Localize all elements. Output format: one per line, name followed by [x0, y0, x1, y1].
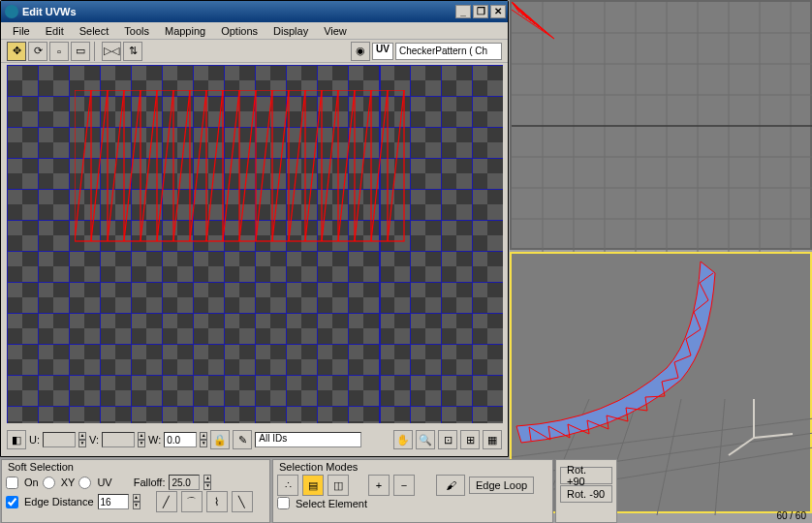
menu-options[interactable]: Options [213, 24, 265, 38]
svg-line-78 [206, 90, 223, 241]
selection-modes-panel: Selection Modes ∴ ▤ ◫ + − 🖌 Edge Loop Se… [272, 459, 553, 523]
zoom-extents-button[interactable]: ⊞ [460, 430, 480, 449]
svg-line-89 [388, 90, 404, 241]
edge-distance-checkbox[interactable] [6, 496, 18, 508]
u-spinner[interactable]: ▲▼ [78, 432, 86, 447]
falloff-curve-3[interactable]: ⌇ [206, 491, 228, 512]
v-label: V: [89, 434, 99, 446]
w-spinner[interactable]: ▲▼ [200, 432, 207, 447]
v-spinner[interactable]: ▲▼ [138, 432, 145, 447]
uv-selection [75, 90, 409, 245]
mirror-v-tool[interactable]: ⇅ [123, 42, 142, 61]
menu-display[interactable]: Display [265, 24, 316, 38]
xy-radio[interactable] [43, 477, 55, 489]
zoom-button[interactable]: 🔍 [416, 430, 435, 449]
edge-distance-spinner[interactable]: ▲▼ [133, 494, 141, 509]
svg-line-72 [108, 90, 124, 241]
svg-line-82 [272, 90, 289, 241]
uv-viewport[interactable] [7, 65, 503, 423]
edge-loop-button[interactable]: Edge Loop [469, 477, 534, 494]
falloff-curve-1[interactable]: ╱ [156, 491, 177, 512]
transform-mode-button[interactable]: ◧ [7, 430, 26, 449]
max-viewports: 60 / 60 [510, 0, 812, 523]
u-value[interactable] [43, 432, 76, 447]
move-tool[interactable]: ✥ [7, 42, 26, 61]
svg-line-75 [157, 90, 173, 241]
svg-line-80 [239, 90, 256, 241]
mirror-h-tool[interactable]: ▷◁ [102, 42, 121, 61]
viewport-top[interactable] [510, 0, 812, 250]
plus-mode-button[interactable]: + [368, 475, 390, 496]
uv-toggle[interactable]: UV [372, 43, 393, 60]
window-title: Edit UVWs [22, 6, 77, 17]
svg-line-84 [305, 90, 322, 241]
toolbar: ✥ ⟳ ▫ ▭ ▷◁ ⇅ ◉ UV CheckerPattern ( Ch [1, 40, 508, 63]
svg-line-73 [124, 90, 141, 241]
select-element-label: Select Element [296, 498, 367, 509]
bottom-panels: Soft Selection On XY UV Falloff: 25.0 ▲▼… [0, 459, 812, 523]
paint-select-button[interactable]: 🖌 [436, 475, 465, 496]
soft-on-label: On [24, 477, 39, 488]
soft-selection-panel: Soft Selection On XY UV Falloff: 25.0 ▲▼… [1, 459, 270, 523]
texture-dropdown[interactable]: CheckerPattern ( Ch [395, 43, 502, 60]
face-mode-button[interactable]: ◫ [328, 475, 349, 496]
svg-line-85 [322, 90, 338, 241]
svg-line-49 [729, 438, 754, 455]
menu-file[interactable]: File [5, 24, 38, 38]
lock-button[interactable]: 🔒 [210, 430, 230, 449]
svg-line-88 [371, 90, 388, 241]
edge-distance-label: Edge Distance [24, 496, 94, 508]
zoom-region-button[interactable]: ⊡ [438, 430, 457, 449]
uv-grid [7, 65, 503, 423]
edit-uvws-window: Edit UVWs _ ❐ ✕ File Edit Select Tools M… [0, 0, 509, 457]
uv-statusbar: ◧ U: ▲▼ V: ▲▼ W: 0.0 ▲▼ 🔒 ✎ All IDs ✋ 🔍 … [5, 427, 504, 452]
vertex-mode-button[interactable]: ∴ [277, 475, 298, 496]
menu-select[interactable]: Select [72, 24, 117, 38]
select-element-checkbox[interactable] [277, 497, 290, 509]
svg-line-71 [91, 90, 108, 241]
edge-mode-button[interactable]: ▤ [302, 475, 324, 496]
titlebar[interactable]: Edit UVWs _ ❐ ✕ [1, 1, 508, 22]
close-button[interactable]: ✕ [490, 5, 506, 18]
falloff-curve-4[interactable]: ╲ [232, 491, 253, 512]
soft-selection-legend: Soft Selection [6, 461, 265, 473]
minimize-button[interactable]: _ [455, 5, 471, 18]
edge-distance-value[interactable]: 16 [98, 494, 129, 509]
svg-line-77 [190, 90, 206, 241]
falloff-value[interactable]: 25.0 [169, 475, 200, 490]
falloff-label: Falloff: [134, 477, 166, 488]
svg-line-83 [289, 90, 305, 241]
show-map-button[interactable]: ◉ [351, 42, 370, 61]
rot-minus90-button[interactable]: Rot. -90 [560, 485, 612, 503]
ids-dropdown[interactable]: All IDs [255, 432, 361, 447]
rot-plus90-button[interactable]: Rot. +90 [560, 467, 612, 484]
uv-label: UV [97, 477, 111, 488]
w-value[interactable]: 0.0 [164, 432, 197, 447]
scale-tool[interactable]: ▫ [49, 42, 69, 61]
menu-edit[interactable]: Edit [38, 24, 72, 38]
svg-line-86 [338, 90, 355, 241]
menu-tools[interactable]: Tools [116, 24, 157, 38]
brush-button[interactable]: ✎ [233, 430, 252, 449]
rotation-panel: Rot. +90 Rot. -90 [555, 459, 617, 523]
menu-mapping[interactable]: Mapping [157, 24, 213, 38]
uv-radio[interactable] [78, 477, 91, 489]
rotate-tool[interactable]: ⟳ [28, 42, 47, 61]
w-label: W: [148, 434, 161, 446]
selection-modes-legend: Selection Modes [277, 461, 548, 473]
falloff-spinner[interactable]: ▲▼ [203, 475, 211, 490]
soft-on-checkbox[interactable] [6, 477, 18, 489]
svg-line-87 [355, 90, 371, 241]
svg-line-70 [75, 90, 91, 241]
menubar: File Edit Select Tools Mapping Options D… [1, 22, 508, 40]
menu-view[interactable]: View [316, 24, 355, 38]
restore-button[interactable]: ❐ [473, 5, 488, 18]
falloff-curve-2[interactable]: ⌒ [181, 491, 203, 512]
svg-line-76 [173, 90, 190, 241]
freeform-tool[interactable]: ▭ [71, 42, 90, 61]
pan-button[interactable]: ✋ [393, 430, 413, 449]
svg-rect-50 [75, 90, 404, 241]
v-value[interactable] [102, 432, 135, 447]
minus-mode-button[interactable]: − [393, 475, 415, 496]
grid-snap-button[interactable]: ▦ [483, 430, 502, 449]
